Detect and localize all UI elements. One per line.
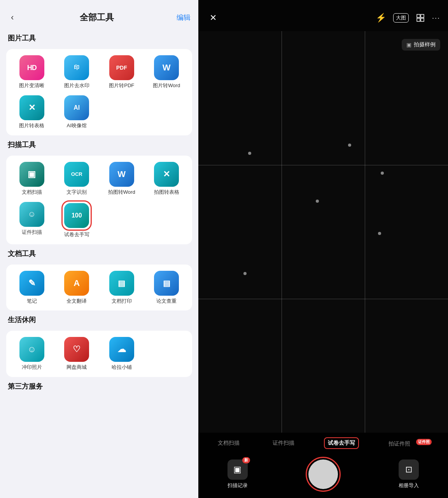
id-scan-label: 证件扫描 (22, 229, 42, 236)
scan-tools-grid: ▣ 文档扫描 OCR 文字识别 W 拍图转Word (11, 162, 187, 238)
exam-remove-icon: 100 (64, 203, 89, 228)
life-tools-grid: ☺ 冲印照片 ♡ 网盘商城 ☁ 哈拉小铺 (11, 337, 187, 371)
scan-record-icon: ▣ 新 (228, 459, 248, 480)
img-word-scan-icon: W (109, 162, 134, 187)
third-party-title: 第三方服务 (6, 382, 192, 391)
mode-tab-id-scan[interactable]: 证件扫描 (270, 438, 298, 448)
svg-rect-2 (417, 18, 420, 21)
note-icon: ✎ (19, 271, 44, 296)
tool-img-enhance[interactable]: HD 图片变清晰 (11, 55, 53, 89)
scan-record-label: 扫描记录 (228, 482, 248, 489)
cloud-disk-icon: ♡ (64, 337, 89, 362)
shutter-button-wrapper[interactable] (306, 457, 341, 492)
shutter-inner (308, 459, 338, 489)
ai-photo-label: AI映像馆 (67, 123, 87, 129)
img-word-scan-label: 拍图转Word (108, 189, 135, 196)
img-table-scan-label: 拍图转表格 (154, 189, 179, 196)
print-label: 文档打印 (112, 298, 132, 305)
tool-img-word-scan[interactable]: W 拍图转Word (101, 162, 143, 196)
camera-close-button[interactable]: ✕ (206, 11, 220, 25)
doc-scan-label: 文档扫描 (22, 189, 42, 196)
more-button[interactable]: ··· (432, 14, 440, 22)
bottom-actions: ▣ 新 扫描记录 ⊡ 相册导入 (198, 457, 448, 492)
paper-check-icon: ▤ (154, 271, 179, 296)
ai-photo-icon: AI (64, 95, 89, 120)
tool-cloud-disk[interactable]: ♡ 网盘商城 (56, 337, 98, 371)
tool-ai-photo[interactable]: AI AI映像馆 (56, 95, 98, 129)
image-tools-title: 图片工具 (6, 33, 192, 43)
tool-note[interactable]: ✎ 笔记 (11, 271, 53, 305)
svg-rect-0 (417, 14, 420, 18)
exam-remove-label: 试卷去手写 (64, 231, 89, 238)
tool-doc-scan[interactable]: ▣ 文档扫描 (11, 162, 53, 196)
mode-tab-photo-id-wrapper: 拍证件照 证件照 (385, 439, 431, 447)
close-icon: ✕ (210, 13, 217, 23)
album-import-label: 相册导入 (399, 482, 419, 489)
mode-tab-exam-remove[interactable]: 试卷去手写 (324, 437, 359, 449)
page-title: 全部工具 (80, 12, 114, 23)
photo-print-label: 冲印照片 (22, 364, 42, 371)
sample-photo-button[interactable]: ▣ 拍摄样例 (402, 39, 440, 51)
edit-button[interactable]: 编辑 (177, 13, 191, 22)
translate-icon: A (64, 271, 89, 296)
tool-id-scan[interactable]: ☺ 证件扫描 (11, 202, 53, 238)
grid-button[interactable] (416, 13, 425, 23)
img-pdf-icon: PDF (109, 55, 134, 80)
mode-tabs: 文档扫描 证件扫描 试卷去手写 拍证件照 证件照 (198, 437, 448, 449)
ocr-icon: OCR (64, 162, 89, 187)
translate-label: 全文翻译 (66, 298, 87, 305)
big-view-button[interactable]: 大图 (393, 13, 409, 23)
exam-highlight-border: 100 (61, 200, 92, 231)
doc-scan-icon: ▣ (19, 162, 44, 187)
bottom-bar: 文档扫描 证件扫描 试卷去手写 拍证件照 证件照 ▣ 新 扫描记录 (198, 433, 448, 498)
tool-img-pdf[interactable]: PDF 图片转PDF (101, 55, 143, 89)
img-enhance-label: 图片变清晰 (19, 82, 44, 89)
flash-button[interactable]: ⚡ (376, 13, 386, 23)
photo-print-icon: ☺ (19, 337, 44, 362)
tool-print[interactable]: ▤ 文档打印 (101, 271, 143, 305)
img-watermark-icon: 印 (64, 55, 89, 80)
scan-record-action[interactable]: ▣ 新 扫描记录 (228, 459, 248, 489)
svg-rect-3 (421, 18, 424, 21)
hala-shop-icon: ☁ (109, 337, 134, 362)
mode-tab-photo-id[interactable]: 拍证件照 (385, 439, 413, 448)
img-watermark-label: 图片去水印 (64, 82, 89, 89)
mode-tab-doc-scan[interactable]: 文档扫描 (215, 438, 243, 448)
ocr-label: 文字识别 (66, 189, 87, 196)
tool-paper-check[interactable]: ▤ 论文查重 (146, 271, 188, 305)
id-scan-icon: ☺ (19, 202, 44, 227)
tool-img-word[interactable]: W 图片转Word (146, 55, 188, 89)
album-import-icon: ⊡ (399, 459, 419, 480)
image-tools-grid: HD 图片变清晰 印 图片去水印 PDF 图片转PDF (11, 55, 187, 129)
tool-img-table-scan[interactable]: ✕ 拍图转表格 (146, 162, 188, 196)
cloud-disk-label: 网盘商城 (66, 364, 87, 371)
life-tools-title: 生活休闲 (6, 315, 192, 324)
grid-overlay (198, 31, 448, 433)
tool-ocr[interactable]: OCR 文字识别 (56, 162, 98, 196)
shutter-outer[interactable] (306, 457, 341, 492)
camera-view: ▣ 拍摄样例 (198, 31, 448, 433)
photo-id-badge: 证件照 (416, 439, 432, 445)
back-button[interactable]: ‹ (8, 11, 17, 24)
tool-hala-shop[interactable]: ☁ 哈拉小铺 (101, 337, 143, 371)
doc-tools-grid: ✎ 笔记 A 全文翻译 ▤ 文档打印 (11, 271, 187, 305)
left-panel: ‹ 全部工具 编辑 图片工具 HD 图片变清晰 印 图片去水印 (0, 0, 198, 498)
img-pdf-label: 图片转PDF (109, 82, 134, 89)
img-table-label: 图片转表格 (19, 123, 44, 129)
img-word-label: 图片转Word (153, 82, 180, 89)
tool-photo-print[interactable]: ☺ 冲印照片 (11, 337, 53, 371)
tool-img-watermark[interactable]: 印 图片去水印 (56, 55, 98, 89)
img-table-scan-icon: ✕ (154, 162, 179, 187)
img-table-icon: ✕ (19, 95, 44, 120)
tool-exam-remove[interactable]: 100 试卷去手写 (56, 202, 98, 238)
note-label: 笔记 (27, 298, 37, 305)
tool-img-table[interactable]: ✕ 图片转表格 (11, 95, 53, 129)
camera-toolbar: ✕ ⚡ 大图 ··· (198, 0, 448, 31)
album-import-action[interactable]: ⊡ 相册导入 (399, 459, 419, 489)
tool-translate[interactable]: A 全文翻译 (56, 271, 98, 305)
hala-shop-label: 哈拉小铺 (112, 364, 132, 371)
scan-record-symbol: ▣ (233, 465, 242, 475)
left-header: ‹ 全部工具 编辑 (0, 0, 198, 30)
scan-tools-title: 扫描工具 (6, 140, 192, 149)
svg-rect-1 (421, 14, 424, 18)
